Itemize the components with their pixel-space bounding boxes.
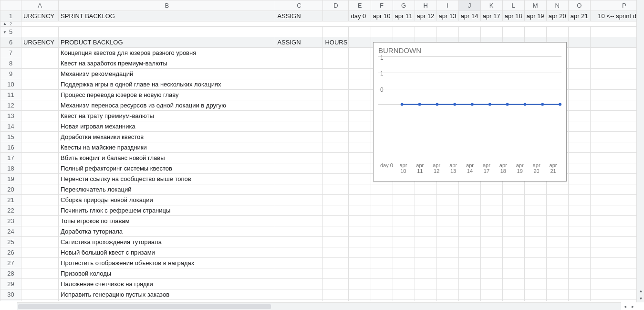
row-header[interactable]: 27 bbox=[0, 258, 21, 268]
cell[interactable] bbox=[275, 195, 323, 205]
cell[interactable] bbox=[502, 205, 524, 216]
cell[interactable] bbox=[568, 216, 590, 226]
cell[interactable] bbox=[415, 184, 436, 195]
cell[interactable] bbox=[480, 205, 502, 216]
burndown-chart[interactable]: BURNDOWN 1 1 0 day 0 apr10 apr11 apr1 bbox=[373, 42, 567, 182]
col-header-M[interactable]: M bbox=[524, 0, 546, 11]
row-header[interactable]: 9 bbox=[0, 69, 21, 79]
col-header-B[interactable]: B bbox=[59, 0, 275, 11]
col-header-G[interactable]: G bbox=[393, 0, 415, 11]
scroll-right-icon[interactable]: ▸ bbox=[629, 303, 636, 310]
cell[interactable] bbox=[546, 247, 568, 258]
cell[interactable] bbox=[323, 153, 349, 163]
cell[interactable] bbox=[323, 216, 349, 226]
cell[interactable]: Перенсти ссылку на сообщество выше топов bbox=[59, 174, 275, 184]
horizontal-scrollbar[interactable]: ◂ ▸ bbox=[17, 302, 621, 310]
cell[interactable] bbox=[349, 121, 371, 132]
cell[interactable] bbox=[21, 111, 59, 121]
row-header[interactable]: 12 bbox=[0, 100, 21, 111]
cell[interactable] bbox=[349, 247, 371, 258]
cell[interactable] bbox=[323, 184, 349, 195]
scroll-left-icon[interactable]: ◂ bbox=[621, 303, 629, 310]
cell[interactable] bbox=[349, 90, 371, 100]
cell[interactable] bbox=[502, 216, 524, 226]
cell[interactable] bbox=[568, 174, 590, 184]
cell[interactable] bbox=[458, 226, 480, 237]
cell[interactable] bbox=[393, 268, 415, 279]
cell[interactable] bbox=[275, 258, 323, 268]
cell[interactable] bbox=[568, 258, 590, 268]
cell[interactable]: Квесты на майские праздники bbox=[59, 142, 275, 153]
cell[interactable] bbox=[275, 279, 323, 289]
cell[interactable] bbox=[323, 100, 349, 111]
row-header[interactable]: 13 bbox=[0, 111, 21, 121]
cell[interactable] bbox=[415, 216, 436, 226]
cell[interactable] bbox=[349, 216, 371, 226]
cell[interactable] bbox=[546, 205, 568, 216]
cell[interactable] bbox=[436, 184, 458, 195]
cell[interactable] bbox=[323, 247, 349, 258]
cell[interactable] bbox=[21, 279, 59, 289]
cell[interactable] bbox=[323, 174, 349, 184]
cell[interactable] bbox=[21, 174, 59, 184]
cell[interactable] bbox=[524, 216, 546, 226]
cell[interactable] bbox=[275, 205, 323, 216]
cell[interactable] bbox=[568, 100, 590, 111]
cell[interactable] bbox=[275, 132, 323, 142]
cell[interactable] bbox=[502, 195, 524, 205]
row-header[interactable]: 14 bbox=[0, 121, 21, 132]
cell[interactable] bbox=[568, 142, 590, 153]
row-header[interactable]: 24 bbox=[0, 226, 21, 237]
cell[interactable]: PRODUCT BACKLOG bbox=[59, 37, 275, 48]
cell[interactable] bbox=[524, 195, 546, 205]
cell[interactable]: Новый большой квест с призами bbox=[59, 247, 275, 258]
cell[interactable] bbox=[349, 258, 371, 268]
cell[interactable]: Механизм рекомендаций bbox=[59, 69, 275, 79]
cell[interactable] bbox=[275, 111, 323, 121]
cell[interactable]: Топы игроков по главам bbox=[59, 216, 275, 226]
row-header[interactable]: 1 bbox=[0, 11, 21, 21]
cell[interactable] bbox=[458, 300, 480, 301]
cell[interactable]: apr 17 bbox=[480, 11, 502, 21]
cell[interactable]: Полный рефакторинг системы квестов bbox=[59, 163, 275, 174]
cell[interactable] bbox=[502, 289, 524, 300]
cell[interactable]: apr 19 bbox=[524, 11, 546, 21]
cell[interactable] bbox=[275, 79, 323, 90]
cell[interactable] bbox=[349, 153, 371, 163]
vertical-scrollbar[interactable]: ▴ ▾ bbox=[636, 0, 644, 302]
cell[interactable] bbox=[275, 216, 323, 226]
cell[interactable]: Призовой колоды bbox=[59, 268, 275, 279]
cell[interactable] bbox=[546, 195, 568, 205]
cell[interactable] bbox=[371, 184, 393, 195]
cell[interactable] bbox=[415, 237, 436, 247]
cell[interactable]: Починить глюк с рефрешем страницы bbox=[59, 205, 275, 216]
cell[interactable] bbox=[21, 268, 59, 279]
cell[interactable] bbox=[480, 300, 502, 301]
cell[interactable]: Исправить генерацию пустых заказов bbox=[59, 289, 275, 300]
col-header-A[interactable]: A bbox=[21, 0, 59, 11]
cell[interactable] bbox=[349, 279, 371, 289]
cell[interactable] bbox=[502, 247, 524, 258]
cell[interactable] bbox=[524, 205, 546, 216]
cell[interactable]: Наложение счетчиков на грядки bbox=[59, 279, 275, 289]
cell[interactable] bbox=[371, 226, 393, 237]
cell[interactable] bbox=[458, 258, 480, 268]
cell[interactable] bbox=[393, 216, 415, 226]
select-all-corner[interactable] bbox=[0, 0, 21, 11]
cell[interactable] bbox=[568, 69, 590, 79]
cell[interactable]: apr 11 bbox=[393, 11, 415, 21]
cell[interactable] bbox=[568, 195, 590, 205]
cell[interactable] bbox=[21, 79, 59, 90]
cell[interactable] bbox=[59, 300, 275, 301]
cell[interactable] bbox=[480, 216, 502, 226]
cell[interactable] bbox=[275, 268, 323, 279]
cell[interactable] bbox=[323, 58, 349, 69]
cell[interactable] bbox=[524, 247, 546, 258]
cell[interactable] bbox=[546, 268, 568, 279]
cell[interactable] bbox=[275, 184, 323, 195]
cell[interactable] bbox=[21, 58, 59, 69]
cell[interactable] bbox=[415, 226, 436, 237]
row-header[interactable]: 29 bbox=[0, 279, 21, 289]
cell[interactable] bbox=[436, 268, 458, 279]
cell[interactable]: Новая игровая механника bbox=[59, 121, 275, 132]
